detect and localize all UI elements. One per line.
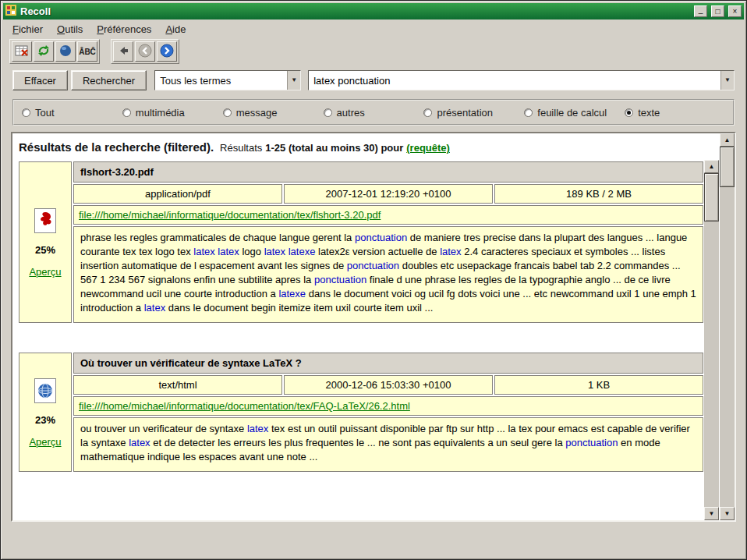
pdf-file-icon[interactable] (34, 207, 57, 234)
result-side: 23%Aperçu (19, 353, 72, 472)
category-label: texte (638, 107, 660, 119)
update-index-button[interactable] (34, 41, 54, 62)
relevance-percent: 25% (35, 244, 55, 256)
category-label: présentation (437, 107, 493, 119)
highlighted-term: latex (440, 246, 461, 257)
maximize-icon: □ (715, 8, 720, 16)
result-meta-row: application/pdf2007-12-01 12:19:20 +0100… (73, 184, 703, 204)
menu-outils[interactable]: Outils (54, 21, 86, 37)
list-scrollbar-thumb[interactable] (704, 173, 719, 222)
result-title: Où trouver un vérificateur de syntaxe La… (73, 353, 703, 374)
radio-circle-icon (524, 108, 533, 117)
highlighted-term: latex latexe (264, 246, 316, 257)
query-combo-arrow-button[interactable]: ▼ (720, 71, 734, 90)
preview-link[interactable]: Aperçu (29, 266, 61, 278)
highlighted-term: latex latex (193, 246, 239, 257)
preview-link[interactable]: Aperçu (29, 436, 61, 448)
category-label: autres (337, 107, 365, 119)
search-button[interactable]: Rechercher (71, 70, 147, 90)
highlighted-term: ponctuation (314, 274, 366, 285)
down-arrow-icon: ▼ (724, 511, 731, 517)
category-radio-multimedia[interactable]: multimédia (122, 107, 223, 119)
clear-button[interactable]: Effacer (12, 70, 68, 90)
result-mime: text/html (73, 375, 282, 395)
first-page-button[interactable] (113, 41, 133, 62)
prev-circle-arrow-icon (138, 44, 152, 60)
titlebar: Recoll _ □ × (3, 3, 744, 19)
close-icon: × (733, 8, 738, 16)
result-size: 1 KB (494, 375, 703, 395)
list-scroll-up-button[interactable]: ▲ (704, 160, 719, 173)
results-list: 25%Aperçuflshort-3.20.pdfapplication/pdf… (17, 161, 703, 472)
menu-preferences[interactable]: Préférences (94, 21, 154, 37)
query-link[interactable]: (requête) (406, 142, 450, 154)
chevron-down-icon: ▼ (291, 77, 297, 83)
category-radio-message[interactable]: message (223, 107, 324, 119)
clear-search-button[interactable] (12, 41, 32, 62)
search-row: Effacer Rechercher Tous les termes ▼ ▼ (12, 69, 735, 91)
category-radio-texte[interactable]: texte (625, 107, 725, 119)
window-title: Recoll (20, 5, 51, 17)
doc-history-button[interactable] (55, 41, 76, 62)
result-abstract: phrase les regles grammaticales de chaqu… (73, 226, 703, 323)
results-list-scrollbar[interactable]: ▲ ▼ (704, 160, 719, 520)
category-label: Tout (35, 107, 55, 119)
close-button[interactable]: × (728, 5, 742, 17)
term-explorer-button[interactable]: ÂBĈ (77, 41, 97, 62)
down-arrow-icon: ▼ (709, 511, 715, 517)
results-title: Résultats de la recherche (filtered). (19, 140, 214, 154)
minimize-icon: _ (699, 6, 703, 14)
result-item: 23%AperçuOù trouver un vérificateur de s… (19, 353, 703, 472)
category-radio-feuille-de-calcul[interactable]: feuille de calcul (524, 107, 625, 119)
up-arrow-icon: ▲ (709, 164, 715, 170)
menu-fichier[interactable]: Fichier (9, 21, 46, 37)
radio-circle-icon (324, 108, 332, 117)
relevance-percent: 23% (35, 414, 55, 426)
highlighted-term: ponctuation (565, 437, 618, 448)
results-content: Résultats de la recherche (filtered).Rés… (12, 133, 703, 520)
refresh-arrows-icon (37, 44, 51, 59)
category-filter: Toutmultimédiamessageautresprésentationf… (12, 99, 735, 126)
results-range: 1-25 (total au moins 30) pour (265, 142, 403, 154)
page-scrollbar-thumb[interactable] (720, 147, 735, 187)
results-page-scrollbar[interactable]: ▲ ▼ (720, 133, 735, 520)
search-tools-group: ÂBĈ (9, 39, 100, 64)
result-url-link[interactable]: file:///home/michael/informatique/docume… (79, 209, 381, 221)
category-radio-autres[interactable]: autres (324, 107, 424, 119)
page-scroll-down-button[interactable]: ▼ (720, 507, 735, 520)
mode-combo-arrow-button[interactable]: ▼ (287, 71, 300, 90)
results-summary: Résultats1-25 (total au moins 30) pour(r… (218, 142, 450, 154)
result-item: 25%Aperçuflshort-3.20.pdfapplication/pdf… (19, 161, 703, 323)
highlighted-term: latexe (278, 288, 306, 299)
result-meta-row: text/html2000-12-06 15:03:30 +01001 KB (73, 375, 703, 395)
recoll-window: Recoll _ □ × FichierOutilsPréférencesAid… (0, 0, 747, 560)
result-main: Où trouver un vérificateur de syntaxe La… (73, 353, 703, 472)
highlighted-term: ponctuation (355, 232, 407, 243)
recoll-app-icon (5, 5, 16, 19)
search-query-input[interactable] (309, 71, 720, 90)
page-scroll-up-button[interactable]: ▲ (720, 133, 735, 147)
highlighted-term: latex (144, 302, 165, 314)
result-url-link[interactable]: file:///home/michael/informatique/docume… (79, 400, 410, 412)
html-file-icon[interactable] (34, 377, 57, 404)
category-radio-presentation[interactable]: présentation (423, 107, 524, 119)
result-main: flshort-3.20.pdfapplication/pdf2007-12-0… (73, 161, 703, 323)
maximize-button[interactable]: □ (711, 5, 724, 17)
category-radio-tout[interactable]: Tout (22, 107, 122, 119)
result-date: 2007-12-01 12:19:20 +0100 (284, 184, 493, 204)
chevron-down-icon: ▼ (724, 77, 731, 83)
minimize-button[interactable]: _ (694, 5, 707, 17)
list-scroll-down-button[interactable]: ▼ (704, 507, 719, 520)
radio-circle-icon (122, 108, 131, 117)
blue-sphere-icon (59, 44, 72, 59)
next-page-button[interactable] (157, 41, 177, 62)
prev-page-button[interactable] (135, 41, 155, 62)
back-arrow-icon (117, 44, 129, 59)
search-mode-combo[interactable]: Tous les termes ▼ (154, 70, 301, 90)
category-label: feuille de calcul (537, 107, 607, 119)
results-header: Résultats de la recherche (filtered).Rés… (17, 138, 703, 157)
result-title: flshort-3.20.pdf (73, 161, 703, 183)
result-size: 189 KB / 2 MB (494, 184, 703, 204)
menu-aide[interactable]: Aide (162, 21, 189, 37)
results-area: Résultats de la recherche (filtered).Rés… (11, 132, 736, 522)
